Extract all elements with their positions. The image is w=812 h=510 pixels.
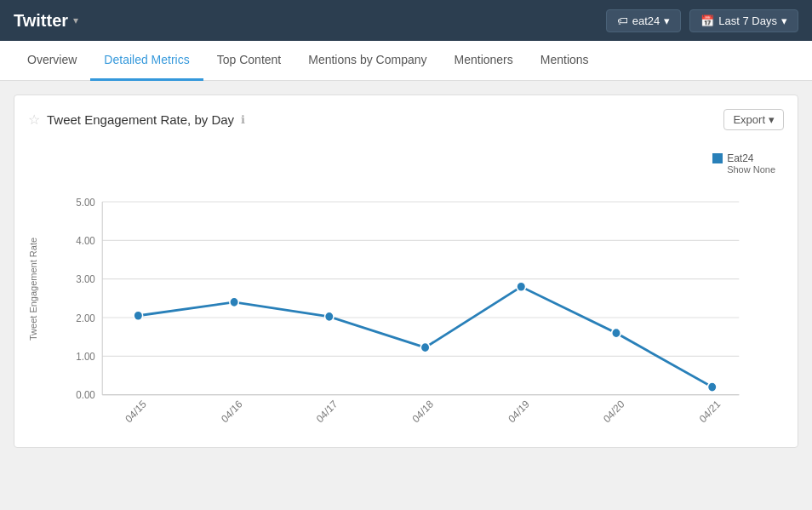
svg-text:04/18: 04/18 xyxy=(410,398,436,426)
legend-show-none[interactable]: Show None xyxy=(727,164,775,175)
title-chevron-icon[interactable]: ▾ xyxy=(73,14,78,26)
svg-text:04/16: 04/16 xyxy=(219,398,244,426)
svg-text:2.00: 2.00 xyxy=(76,312,95,324)
svg-point-25 xyxy=(517,282,526,291)
header-left: Twitter ▾ xyxy=(14,11,78,31)
tab-mentioners[interactable]: Mentioners xyxy=(441,41,527,81)
chart-card: ☆ Tweet Engagement Rate, by Day ℹ Export… xyxy=(14,95,798,448)
account-chevron-icon: ▾ xyxy=(664,14,670,27)
favorite-star-icon[interactable]: ☆ xyxy=(28,112,40,128)
card-header: ☆ Tweet Engagement Rate, by Day ℹ Export… xyxy=(28,109,784,130)
info-icon[interactable]: ℹ xyxy=(241,113,245,126)
date-range-button[interactable]: 📅 Last 7 Days ▾ xyxy=(689,9,798,32)
svg-point-22 xyxy=(230,297,239,307)
svg-text:4.00: 4.00 xyxy=(76,234,95,247)
svg-text:5.00: 5.00 xyxy=(76,196,95,209)
svg-text:1.00: 1.00 xyxy=(76,350,95,363)
tab-detailed-metrics[interactable]: Detailed Metrics xyxy=(90,41,203,81)
export-button[interactable]: Export ▾ xyxy=(723,109,784,130)
account-label: eat24 xyxy=(632,14,660,27)
chart-legend: Eat24 Show None xyxy=(712,152,775,175)
tag-icon: 🏷 xyxy=(617,14,628,27)
svg-text:04/21: 04/21 xyxy=(697,398,723,426)
svg-text:3.00: 3.00 xyxy=(76,273,95,286)
svg-text:04/19: 04/19 xyxy=(506,398,532,426)
svg-point-24 xyxy=(420,342,430,352)
legend-series-label: Eat24 xyxy=(727,152,753,164)
calendar-icon: 📅 xyxy=(700,14,714,27)
y-axis-label: Tweet Engagement Rate xyxy=(28,144,45,433)
chart-wrapper: Tweet Engagement Rate xyxy=(28,144,784,433)
tab-top-content[interactable]: Top Content xyxy=(203,41,295,81)
app-header: Twitter ▾ 🏷 eat24 ▾ 📅 Last 7 Days ▾ xyxy=(0,0,812,41)
legend-eat24: Eat24 xyxy=(712,152,775,164)
tab-mentions[interactable]: Mentions xyxy=(527,41,603,81)
svg-text:04/17: 04/17 xyxy=(314,398,340,426)
nav-tabs: Overview Detailed Metrics Top Content Me… xyxy=(0,41,812,81)
svg-point-21 xyxy=(134,311,143,320)
header-right: 🏷 eat24 ▾ 📅 Last 7 Days ▾ xyxy=(606,9,798,32)
tab-overview[interactable]: Overview xyxy=(14,41,90,81)
svg-text:0.00: 0.00 xyxy=(76,389,95,402)
svg-point-23 xyxy=(325,312,335,321)
chart-svg: 0.00 1.00 2.00 3.00 4.00 5.00 04/15 04/1… xyxy=(49,144,784,433)
chart-inner: 0.00 1.00 2.00 3.00 4.00 5.00 04/15 04/1… xyxy=(49,144,784,433)
card-title-group: ☆ Tweet Engagement Rate, by Day ℹ xyxy=(28,112,245,128)
account-button[interactable]: 🏷 eat24 ▾ xyxy=(606,9,682,32)
svg-text:04/20: 04/20 xyxy=(601,398,626,426)
date-chevron-icon: ▾ xyxy=(781,14,787,27)
svg-text:04/15: 04/15 xyxy=(123,398,149,426)
main-content: ☆ Tweet Engagement Rate, by Day ℹ Export… xyxy=(0,81,812,461)
export-chevron-icon: ▾ xyxy=(769,113,775,126)
svg-point-27 xyxy=(707,382,717,392)
export-label: Export xyxy=(733,113,765,126)
card-title: Tweet Engagement Rate, by Day xyxy=(47,112,234,127)
tab-mentions-by-company[interactable]: Mentions by Company xyxy=(294,41,440,81)
date-range-label: Last 7 Days xyxy=(718,14,777,27)
svg-point-26 xyxy=(612,328,621,337)
app-title: Twitter xyxy=(14,11,68,31)
legend-color-swatch xyxy=(712,153,723,163)
